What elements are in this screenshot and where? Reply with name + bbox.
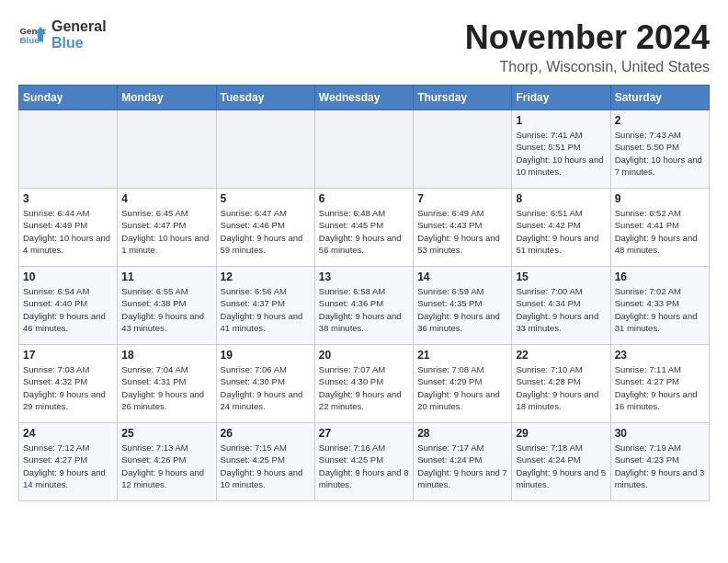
- title-area: November 2024 Thorp, Wisconsin, United S…: [465, 18, 710, 75]
- calendar-cell: [414, 110, 512, 189]
- calendar-cell: 27Sunrise: 7:16 AM Sunset: 4:25 PM Dayli…: [314, 423, 413, 501]
- day-info: Sunrise: 7:43 AM Sunset: 5:50 PM Dayligh…: [615, 129, 705, 178]
- calendar-cell: 3Sunrise: 6:44 AM Sunset: 4:49 PM Daylig…: [19, 189, 118, 267]
- header-row: SundayMondayTuesdayWednesdayThursdayFrid…: [19, 86, 710, 110]
- calendar-cell: 6Sunrise: 6:48 AM Sunset: 4:45 PM Daylig…: [314, 189, 413, 267]
- calendar-cell: 2Sunrise: 7:43 AM Sunset: 5:50 PM Daylig…: [610, 110, 709, 189]
- day-info: Sunrise: 6:45 AM Sunset: 4:47 PM Dayligh…: [121, 207, 211, 256]
- day-number: 19: [221, 349, 311, 362]
- header-day-monday: Monday: [118, 86, 216, 110]
- day-number: 12: [221, 270, 311, 283]
- calendar-cell: 30Sunrise: 7:19 AM Sunset: 4:23 PM Dayli…: [610, 423, 709, 501]
- day-info: Sunrise: 6:56 AM Sunset: 4:37 PM Dayligh…: [221, 285, 311, 334]
- calendar-cell: 23Sunrise: 7:11 AM Sunset: 4:27 PM Dayli…: [610, 345, 709, 423]
- week-row-3: 10Sunrise: 6:54 AM Sunset: 4:40 PM Dayli…: [19, 267, 710, 345]
- day-number: 9: [615, 192, 705, 205]
- day-info: Sunrise: 7:16 AM Sunset: 4:25 PM Dayligh…: [319, 442, 409, 490]
- calendar-cell: 4Sunrise: 6:45 AM Sunset: 4:47 PM Daylig…: [118, 189, 216, 267]
- calendar-cell: 21Sunrise: 7:08 AM Sunset: 4:29 PM Dayli…: [414, 345, 512, 423]
- day-info: Sunrise: 7:04 AM Sunset: 4:31 PM Dayligh…: [121, 363, 211, 412]
- header-day-sunday: Sunday: [19, 86, 118, 110]
- day-number: 7: [417, 192, 507, 205]
- month-title: November 2024: [465, 18, 710, 57]
- day-info: Sunrise: 7:17 AM Sunset: 4:24 PM Dayligh…: [417, 442, 507, 490]
- day-number: 23: [615, 349, 705, 362]
- calendar-body: 1Sunrise: 7:41 AM Sunset: 5:51 PM Daylig…: [19, 110, 710, 501]
- day-info: Sunrise: 7:11 AM Sunset: 4:27 PM Dayligh…: [615, 363, 705, 412]
- day-number: 13: [319, 270, 409, 283]
- day-number: 5: [221, 192, 311, 205]
- day-info: Sunrise: 7:12 AM Sunset: 4:27 PM Dayligh…: [23, 442, 113, 490]
- day-info: Sunrise: 6:48 AM Sunset: 4:45 PM Dayligh…: [319, 207, 409, 256]
- calendar-cell: 14Sunrise: 6:59 AM Sunset: 4:35 PM Dayli…: [414, 267, 512, 345]
- day-info: Sunrise: 6:52 AM Sunset: 4:41 PM Dayligh…: [615, 207, 705, 256]
- logo-blue-text: Blue: [51, 35, 107, 52]
- calendar-cell: 13Sunrise: 6:58 AM Sunset: 4:36 PM Dayli…: [314, 267, 413, 345]
- day-info: Sunrise: 6:55 AM Sunset: 4:38 PM Dayligh…: [121, 285, 211, 334]
- day-number: 28: [417, 427, 507, 440]
- day-number: 10: [23, 270, 113, 283]
- day-info: Sunrise: 7:02 AM Sunset: 4:33 PM Dayligh…: [615, 285, 705, 334]
- week-row-1: 1Sunrise: 7:41 AM Sunset: 5:51 PM Daylig…: [19, 110, 710, 189]
- svg-text:Blue: Blue: [20, 35, 40, 45]
- day-number: 2: [615, 114, 705, 127]
- day-number: 29: [516, 427, 606, 440]
- day-number: 1: [516, 114, 606, 127]
- day-info: Sunrise: 7:15 AM Sunset: 4:25 PM Dayligh…: [221, 442, 311, 490]
- calendar-cell: 22Sunrise: 7:10 AM Sunset: 4:28 PM Dayli…: [512, 345, 610, 423]
- day-number: 30: [615, 427, 705, 440]
- header-day-wednesday: Wednesday: [314, 86, 413, 110]
- day-number: 18: [121, 349, 211, 362]
- calendar-cell: [314, 110, 413, 189]
- day-info: Sunrise: 6:54 AM Sunset: 4:40 PM Dayligh…: [23, 285, 113, 334]
- day-number: 11: [121, 270, 211, 283]
- calendar-cell: 8Sunrise: 6:51 AM Sunset: 4:42 PM Daylig…: [512, 189, 610, 267]
- header-day-saturday: Saturday: [610, 86, 709, 110]
- day-info: Sunrise: 7:03 AM Sunset: 4:32 PM Dayligh…: [23, 363, 113, 412]
- week-row-2: 3Sunrise: 6:44 AM Sunset: 4:49 PM Daylig…: [19, 189, 710, 267]
- day-number: 8: [516, 192, 606, 205]
- day-number: 17: [23, 349, 113, 362]
- logo: General Blue General Blue: [18, 18, 107, 51]
- header-day-friday: Friday: [512, 86, 610, 110]
- calendar-cell: [19, 110, 118, 189]
- day-info: Sunrise: 7:13 AM Sunset: 4:26 PM Dayligh…: [121, 442, 211, 490]
- day-info: Sunrise: 7:19 AM Sunset: 4:23 PM Dayligh…: [615, 442, 705, 490]
- calendar-cell: 1Sunrise: 7:41 AM Sunset: 5:51 PM Daylig…: [512, 110, 610, 189]
- calendar-table: SundayMondayTuesdayWednesdayThursdayFrid…: [18, 85, 710, 501]
- day-number: 3: [23, 192, 113, 205]
- calendar-cell: 7Sunrise: 6:49 AM Sunset: 4:43 PM Daylig…: [414, 189, 512, 267]
- day-info: Sunrise: 6:59 AM Sunset: 4:35 PM Dayligh…: [417, 285, 507, 334]
- header-day-tuesday: Tuesday: [216, 86, 314, 110]
- day-info: Sunrise: 7:08 AM Sunset: 4:29 PM Dayligh…: [417, 363, 507, 412]
- week-row-4: 17Sunrise: 7:03 AM Sunset: 4:32 PM Dayli…: [19, 345, 710, 423]
- day-number: 4: [121, 192, 211, 205]
- day-info: Sunrise: 7:10 AM Sunset: 4:28 PM Dayligh…: [516, 363, 606, 412]
- day-info: Sunrise: 7:18 AM Sunset: 4:24 PM Dayligh…: [516, 442, 606, 490]
- calendar-cell: 19Sunrise: 7:06 AM Sunset: 4:30 PM Dayli…: [216, 345, 314, 423]
- calendar-cell: 29Sunrise: 7:18 AM Sunset: 4:24 PM Dayli…: [512, 423, 610, 501]
- day-number: 20: [319, 349, 409, 362]
- header: General Blue General Blue November 2024 …: [18, 18, 710, 75]
- calendar-cell: 9Sunrise: 6:52 AM Sunset: 4:41 PM Daylig…: [610, 189, 709, 267]
- calendar-cell: 16Sunrise: 7:02 AM Sunset: 4:33 PM Dayli…: [610, 267, 709, 345]
- calendar-cell: 11Sunrise: 6:55 AM Sunset: 4:38 PM Dayli…: [118, 267, 216, 345]
- day-number: 25: [121, 427, 211, 440]
- calendar-cell: 10Sunrise: 6:54 AM Sunset: 4:40 PM Dayli…: [19, 267, 118, 345]
- day-info: Sunrise: 7:00 AM Sunset: 4:34 PM Dayligh…: [516, 285, 606, 334]
- calendar-cell: 12Sunrise: 6:56 AM Sunset: 4:37 PM Dayli…: [216, 267, 314, 345]
- day-number: 24: [23, 427, 113, 440]
- header-day-thursday: Thursday: [414, 86, 512, 110]
- day-info: Sunrise: 6:49 AM Sunset: 4:43 PM Dayligh…: [417, 207, 507, 256]
- calendar-cell: 24Sunrise: 7:12 AM Sunset: 4:27 PM Dayli…: [19, 423, 118, 501]
- day-info: Sunrise: 6:58 AM Sunset: 4:36 PM Dayligh…: [319, 285, 409, 334]
- calendar-cell: 15Sunrise: 7:00 AM Sunset: 4:34 PM Dayli…: [512, 267, 610, 345]
- day-number: 21: [417, 349, 507, 362]
- location-title: Thorp, Wisconsin, United States: [465, 59, 710, 75]
- calendar-cell: 28Sunrise: 7:17 AM Sunset: 4:24 PM Dayli…: [414, 423, 512, 501]
- day-number: 6: [319, 192, 409, 205]
- day-info: Sunrise: 7:06 AM Sunset: 4:30 PM Dayligh…: [221, 363, 311, 412]
- day-info: Sunrise: 6:51 AM Sunset: 4:42 PM Dayligh…: [516, 207, 606, 256]
- calendar-cell: [216, 110, 314, 189]
- calendar-cell: 26Sunrise: 7:15 AM Sunset: 4:25 PM Dayli…: [216, 423, 314, 501]
